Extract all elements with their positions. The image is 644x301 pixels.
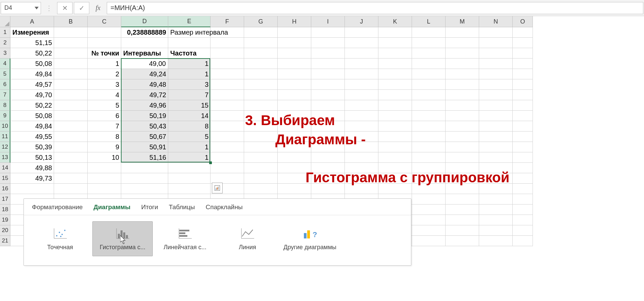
cell-N19[interactable] — [479, 215, 513, 225]
cell-B16[interactable] — [54, 184, 88, 194]
row-header-9[interactable]: 9 — [0, 111, 10, 121]
column-header-A[interactable]: A — [10, 16, 54, 27]
cell-L20[interactable] — [412, 225, 446, 236]
cell-O19[interactable] — [513, 215, 533, 225]
cell-C13[interactable] — [88, 152, 121, 163]
cell-F9[interactable] — [211, 111, 244, 121]
cell-G3[interactable] — [244, 48, 278, 59]
cell-D16[interactable] — [121, 184, 168, 194]
column-header-K[interactable]: K — [378, 16, 412, 27]
cell-O4[interactable] — [513, 59, 533, 69]
cell-M3[interactable] — [446, 48, 479, 59]
cell-O11[interactable] — [513, 131, 533, 142]
cell-E4[interactable] — [168, 59, 211, 69]
cell-F2[interactable] — [211, 38, 244, 48]
cell-F6[interactable] — [211, 79, 244, 90]
cell-H4[interactable] — [278, 59, 311, 69]
quick-analysis-button[interactable] — [212, 183, 223, 193]
row-header-15[interactable]: 15 — [0, 173, 10, 184]
cell-O2[interactable] — [513, 38, 533, 48]
cell-D9[interactable] — [121, 111, 168, 121]
cell-G2[interactable] — [244, 38, 278, 48]
row-header-5[interactable]: 5 — [0, 69, 10, 79]
cell-M17[interactable] — [446, 194, 479, 204]
cell-I2[interactable] — [311, 38, 345, 48]
cell-L5[interactable] — [412, 69, 446, 79]
cell-K3[interactable] — [378, 48, 412, 59]
cell-C11[interactable] — [88, 131, 121, 142]
cell-L6[interactable] — [412, 79, 446, 90]
cell-O12[interactable] — [513, 142, 533, 152]
cell-L2[interactable] — [412, 38, 446, 48]
cell-H1[interactable] — [278, 27, 311, 38]
cell-L17[interactable] — [412, 194, 446, 204]
cell-A13[interactable] — [10, 152, 54, 163]
cell-K8[interactable] — [378, 100, 412, 111]
cell-A7[interactable] — [10, 90, 54, 100]
cell-C14[interactable] — [88, 163, 121, 173]
cell-F10[interactable] — [211, 121, 244, 131]
cell-O18[interactable] — [513, 204, 533, 215]
cell-E16[interactable] — [168, 184, 211, 194]
cell-B14[interactable] — [54, 163, 88, 173]
cell-B2[interactable] — [54, 38, 88, 48]
cell-N7[interactable] — [479, 90, 513, 100]
chart-option-line[interactable]: Линия — [217, 221, 278, 256]
cell-E9[interactable] — [168, 111, 211, 121]
accept-formula-button[interactable]: ✓ — [74, 2, 89, 14]
cell-N3[interactable] — [479, 48, 513, 59]
cell-I6[interactable] — [311, 79, 345, 90]
cell-B13[interactable] — [54, 152, 88, 163]
column-header-N[interactable]: N — [479, 16, 513, 27]
cell-M19[interactable] — [446, 215, 479, 225]
popup-tab-3[interactable]: Таблицы — [168, 202, 196, 214]
row-header-20[interactable]: 20 — [0, 225, 10, 236]
cell-A6[interactable] — [10, 79, 54, 90]
cell-O8[interactable] — [513, 100, 533, 111]
cell-B11[interactable] — [54, 131, 88, 142]
column-header-J[interactable]: J — [345, 16, 378, 27]
cell-O15[interactable] — [513, 173, 533, 184]
cell-F15[interactable] — [211, 173, 244, 184]
row-header-18[interactable]: 18 — [0, 204, 10, 215]
cell-O13[interactable] — [513, 152, 533, 163]
cell-G4[interactable] — [244, 59, 278, 69]
popup-tab-1[interactable]: Диаграммы — [93, 202, 131, 214]
cell-M21[interactable] — [446, 236, 479, 246]
cell-K7[interactable] — [378, 90, 412, 100]
column-header-L[interactable]: L — [412, 16, 446, 27]
cell-D7[interactable] — [121, 90, 168, 100]
column-header-I[interactable]: I — [311, 16, 345, 27]
cell-E6[interactable] — [168, 79, 211, 90]
cell-D10[interactable] — [121, 121, 168, 131]
cell-O6[interactable] — [513, 79, 533, 90]
cell-E14[interactable] — [168, 163, 211, 173]
cell-C4[interactable] — [88, 59, 121, 69]
cell-E13[interactable] — [168, 152, 211, 163]
cell-O7[interactable] — [513, 90, 533, 100]
cell-D15[interactable] — [121, 173, 168, 184]
column-header-M[interactable]: M — [446, 16, 479, 27]
cell-B10[interactable] — [54, 121, 88, 131]
chart-option-bar[interactable]: Гистограмма с... — [92, 221, 153, 256]
cell-J5[interactable] — [345, 69, 378, 79]
cell-D13[interactable] — [121, 152, 168, 163]
column-header-H[interactable]: H — [278, 16, 311, 27]
cell-A3[interactable] — [10, 48, 54, 59]
cell-I7[interactable] — [311, 90, 345, 100]
cell-C2[interactable] — [88, 38, 121, 48]
cell-A10[interactable] — [10, 121, 54, 131]
cell-H6[interactable] — [278, 79, 311, 90]
cell-H3[interactable] — [278, 48, 311, 59]
cell-D12[interactable] — [121, 142, 168, 152]
cell-A1[interactable] — [10, 27, 54, 38]
cell-K4[interactable] — [378, 59, 412, 69]
cell-B15[interactable] — [54, 173, 88, 184]
cell-B12[interactable] — [54, 142, 88, 152]
cell-A2[interactable] — [10, 38, 54, 48]
cell-B4[interactable] — [54, 59, 88, 69]
cell-K1[interactable] — [378, 27, 412, 38]
cell-D11[interactable] — [121, 131, 168, 142]
cell-B9[interactable] — [54, 111, 88, 121]
cell-C3[interactable] — [88, 48, 121, 59]
